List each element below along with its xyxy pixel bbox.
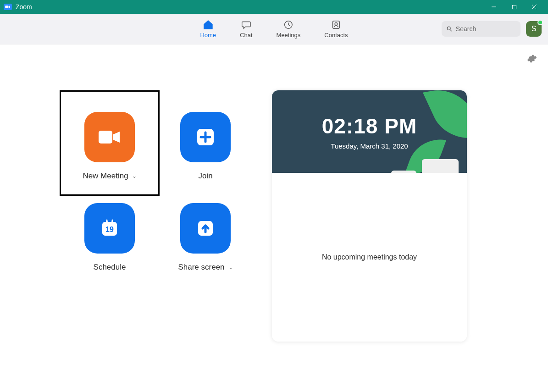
presence-indicator-icon bbox=[537, 20, 543, 25]
share-screen-cell: Share screen ⌄ bbox=[164, 196, 247, 287]
nav-home[interactable]: Home bbox=[200, 19, 216, 39]
svg-point-8 bbox=[447, 27, 450, 30]
settings-button[interactable] bbox=[527, 54, 537, 66]
join-label: Join bbox=[198, 171, 212, 181]
schedule-label: Schedule bbox=[94, 263, 126, 272]
nav-contacts[interactable]: Contacts bbox=[324, 19, 348, 39]
nav-meetings[interactable]: Meetings bbox=[277, 19, 301, 39]
new-meeting-label[interactable]: New Meeting ⌄ bbox=[83, 171, 136, 181]
upcoming-text: No upcoming meetings today bbox=[322, 253, 417, 261]
schedule-button[interactable]: 19 bbox=[84, 203, 135, 254]
svg-point-7 bbox=[335, 22, 338, 25]
home-icon bbox=[203, 19, 214, 30]
plus-icon bbox=[194, 125, 217, 149]
new-meeting-cell: New Meeting ⌄ bbox=[60, 90, 160, 196]
calendar-icon: 19 bbox=[98, 216, 122, 240]
zoom-logo-icon bbox=[4, 4, 12, 10]
main-body: New Meeting ⌄ Join bbox=[0, 44, 548, 392]
time-banner: 02:18 PM Tuesday, March 31, 2020 bbox=[272, 90, 467, 173]
join-button[interactable] bbox=[180, 112, 231, 162]
plant-decor-icon bbox=[423, 90, 467, 143]
title-bar: Zoom bbox=[0, 0, 548, 14]
nav-label: Contacts bbox=[324, 32, 348, 39]
schedule-cell: 19 Schedule bbox=[60, 196, 160, 287]
svg-rect-2 bbox=[512, 5, 516, 9]
share-screen-button[interactable] bbox=[180, 203, 231, 254]
nav-chat[interactable]: Chat bbox=[240, 19, 252, 39]
gear-icon bbox=[527, 54, 537, 64]
join-cell: Join bbox=[164, 90, 247, 196]
upcoming-panel: 02:18 PM Tuesday, March 31, 2020 No upco… bbox=[272, 90, 467, 342]
app-title: Zoom bbox=[16, 3, 32, 11]
plant-decor-icon bbox=[422, 159, 459, 173]
search-input[interactable] bbox=[456, 25, 516, 33]
share-up-icon bbox=[194, 216, 217, 240]
upcoming-meetings: No upcoming meetings today bbox=[272, 173, 467, 342]
svg-line-9 bbox=[450, 30, 452, 31]
chat-icon bbox=[241, 19, 252, 30]
chevron-down-icon: ⌄ bbox=[228, 264, 233, 271]
avatar-initial: S bbox=[531, 25, 537, 33]
main-nav: Home Chat Meetings Contacts bbox=[200, 14, 348, 44]
nav-label: Chat bbox=[240, 32, 252, 39]
svg-rect-0 bbox=[5, 6, 8, 8]
video-icon bbox=[98, 128, 122, 146]
clock-icon bbox=[283, 19, 294, 30]
contacts-icon bbox=[331, 19, 342, 30]
search-box[interactable] bbox=[442, 21, 520, 37]
chevron-down-icon: ⌄ bbox=[132, 173, 137, 179]
minimize-button[interactable] bbox=[484, 0, 504, 14]
clock-time: 02:18 PM bbox=[322, 114, 417, 138]
svg-text:19: 19 bbox=[105, 226, 114, 233]
share-screen-label[interactable]: Share screen ⌄ bbox=[178, 263, 232, 272]
plant-decor-icon bbox=[391, 171, 416, 173]
new-meeting-button[interactable] bbox=[84, 112, 135, 162]
nav-label: Meetings bbox=[277, 32, 301, 39]
clock-date: Tuesday, March 31, 2020 bbox=[331, 142, 408, 150]
svg-rect-10 bbox=[99, 131, 112, 144]
avatar[interactable]: S bbox=[526, 21, 542, 37]
svg-rect-6 bbox=[333, 21, 340, 29]
action-tiles: New Meeting ⌄ Join bbox=[60, 90, 247, 342]
search-icon bbox=[446, 25, 453, 33]
close-button[interactable] bbox=[524, 0, 544, 14]
toolbar: Home Chat Meetings Contacts S bbox=[0, 14, 548, 44]
maximize-button[interactable] bbox=[504, 0, 524, 14]
nav-label: Home bbox=[200, 32, 216, 39]
